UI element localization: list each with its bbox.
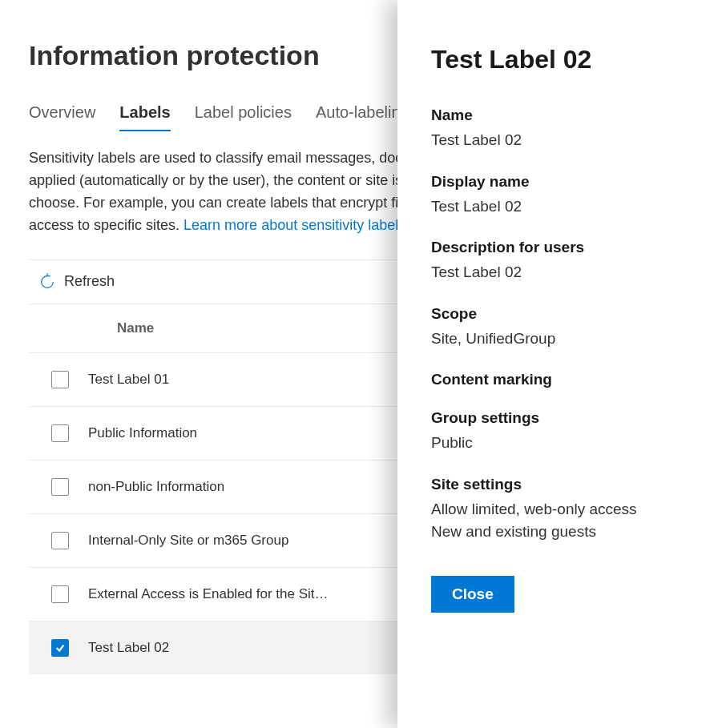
- panel-field: Content marking: [431, 371, 692, 388]
- panel-field: Group settingsPublic: [431, 409, 692, 455]
- panel-field: Site settingsAllow limited, web-only acc…: [431, 476, 692, 544]
- refresh-label: Refresh: [64, 273, 115, 290]
- field-value: Public: [431, 432, 692, 455]
- row-checkbox[interactable]: [51, 639, 69, 657]
- field-value: Site, UnifiedGroup: [431, 328, 692, 351]
- tab-auto-labeling[interactable]: Auto-labeling: [316, 103, 409, 131]
- close-button[interactable]: Close: [431, 576, 514, 613]
- row-checkbox[interactable]: [51, 532, 69, 549]
- tab-label-policies[interactable]: Label policies: [195, 103, 292, 131]
- column-header-name[interactable]: Name: [117, 320, 154, 336]
- row-checkbox[interactable]: [51, 478, 69, 496]
- field-value: Test Label 02: [431, 261, 692, 284]
- row-checkbox[interactable]: [51, 371, 69, 388]
- panel-field: Description for usersTest Label 02: [431, 239, 692, 284]
- panel-title: Test Label 02: [431, 45, 692, 74]
- details-panel: Test Label 02 NameTest Label 02Display n…: [397, 0, 726, 728]
- row-checkbox[interactable]: [51, 424, 69, 442]
- refresh-button[interactable]: Refresh: [32, 267, 121, 297]
- panel-fields: NameTest Label 02Display nameTest Label …: [431, 107, 692, 544]
- panel-field: NameTest Label 02: [431, 107, 692, 152]
- tab-labels[interactable]: Labels: [119, 103, 170, 131]
- field-label: Group settings: [431, 409, 692, 427]
- refresh-icon: [38, 273, 56, 291]
- field-value: Test Label 02: [431, 129, 692, 152]
- field-value: Test Label 02: [431, 195, 692, 219]
- panel-field: ScopeSite, UnifiedGroup: [431, 305, 692, 351]
- check-icon: [54, 642, 66, 654]
- field-label: Description for users: [431, 239, 692, 256]
- field-label: Display name: [431, 173, 692, 191]
- field-label: Site settings: [431, 476, 692, 493]
- field-label: Name: [431, 107, 692, 124]
- field-value: Allow limited, web-only accessNew and ex…: [431, 498, 692, 544]
- field-label: Content marking: [431, 371, 692, 388]
- panel-field: Display nameTest Label 02: [431, 173, 692, 219]
- tab-overview[interactable]: Overview: [29, 103, 95, 131]
- row-checkbox[interactable]: [51, 585, 69, 603]
- field-label: Scope: [431, 305, 692, 323]
- learn-more-link[interactable]: Learn more about sensitivity labels: [184, 217, 405, 233]
